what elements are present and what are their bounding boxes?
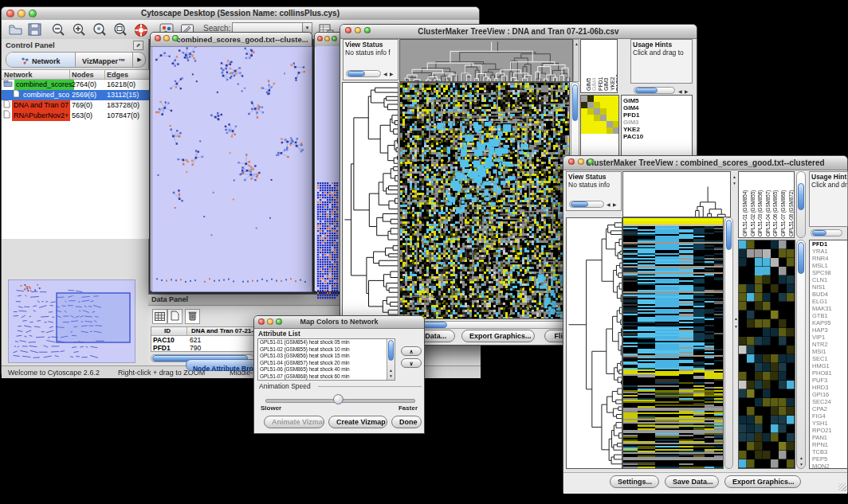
tv2-heatmap[interactable]	[623, 218, 723, 468]
zoom-fit-icon[interactable]	[113, 23, 128, 40]
done-button[interactable]: Done	[391, 416, 422, 428]
gene-label[interactable]: TCB3	[810, 448, 847, 455]
gene-label[interactable]: RPO21	[810, 427, 847, 434]
gene-label[interactable]: HRD3	[810, 384, 847, 391]
tv1-column-dendrogram[interactable]	[400, 40, 572, 81]
tv2-gene-list[interactable]: PFD1YRA1RNR4MSL1SPC98CLN1NIS1BUD4ELG1MAK…	[809, 240, 848, 469]
close-icon[interactable]	[345, 27, 351, 33]
tv1-heatmap[interactable]	[400, 83, 569, 318]
tv2-hints-hscrollbar[interactable]	[811, 229, 842, 236]
gene-label[interactable]: MAK31	[810, 305, 847, 312]
gene-label[interactable]: SPC98	[810, 269, 847, 276]
tv1-scroll-strip[interactable]: ▲	[573, 39, 579, 82]
zoom-window-icon[interactable]	[29, 10, 37, 18]
gene-label[interactable]: VIP1	[810, 334, 847, 341]
gene-label[interactable]: CLN1	[810, 276, 847, 283]
tv2-zoom-vscrollbar[interactable]: ▲ ▼	[796, 240, 806, 469]
close-icon[interactable]	[258, 318, 265, 325]
gene-label[interactable]: YKE2	[622, 126, 692, 133]
export-graphics-button[interactable]: Export Graphics...	[461, 330, 535, 342]
gene-label[interactable]: GTB1	[810, 312, 847, 319]
move-down-button[interactable]: ∨	[401, 358, 422, 368]
gene-label[interactable]: GIM5	[622, 97, 692, 104]
tv2-labels-vscrollbar[interactable]	[796, 171, 806, 238]
float-panel-icon[interactable]: ⬈	[133, 41, 143, 50]
attribute-item[interactable]: GPL51-03 (GSM856) heat shock 15 min	[258, 353, 395, 360]
attribute-item[interactable]: GPL51-07 (GSM868) heat shock 60 min	[258, 373, 395, 381]
rotated-column-label[interactable]: GPL51-06 (GSM865)	[772, 190, 778, 236]
gene-label[interactable]: NTR2	[810, 341, 847, 348]
rotated-column-label[interactable]: GIM4	[591, 78, 597, 91]
resize-grip-icon[interactable]	[838, 483, 846, 491]
tv1-row-dendrogram[interactable]	[343, 83, 398, 318]
save-icon[interactable]	[28, 23, 41, 39]
tab-overflow-button[interactable]: ▶	[132, 53, 146, 67]
settings-button[interactable]: Settings...	[610, 475, 659, 488]
dialog-titlebar[interactable]: Map Colors to Network	[254, 316, 424, 329]
tv1-correlation-matrix[interactable]	[581, 96, 619, 134]
gene-label[interactable]: RNR4	[810, 255, 847, 262]
rotated-column-label[interactable]: GPL51-08 (GSM872)	[788, 190, 794, 236]
minimize-icon[interactable]	[18, 10, 26, 18]
gene-label[interactable]: GIM4	[622, 104, 692, 111]
col-nodes[interactable]: Nodes	[72, 71, 94, 79]
gene-label[interactable]: PEP5	[810, 455, 847, 463]
zoom-out-icon[interactable]	[51, 23, 65, 40]
scroll-right-icon[interactable]: ▶	[613, 201, 617, 208]
rotated-column-label[interactable]: GPL51-04 (GSM857)	[765, 190, 771, 236]
scroll-right-icon[interactable]: ▶	[685, 88, 689, 95]
gene-label[interactable]: KAP95	[810, 319, 847, 326]
rotated-column-label[interactable]: GPL51-01 (GSM854)	[742, 190, 748, 236]
gene-label[interactable]: RPN1	[810, 441, 847, 448]
network-row[interactable]: combined_sco2569(6)13112(15)	[2, 90, 149, 100]
gene-label[interactable]: HAP3	[810, 326, 847, 334]
network-row[interactable]: DNA and Tran 07769(0)183728(0)	[2, 100, 149, 111]
animate-vizmap-button[interactable]: Animate Vizmap	[264, 416, 324, 428]
gene-label[interactable]: GPI16	[810, 391, 847, 398]
new-attribute-icon[interactable]	[167, 309, 183, 324]
tab-vizmapper[interactable]: VizMapper™	[75, 53, 132, 67]
close-icon[interactable]	[568, 158, 575, 165]
attribute-item[interactable]: GPL51-01 (GSM854) heat shock 05 min	[258, 339, 395, 346]
scroll-left-icon[interactable]: ◀	[383, 71, 387, 77]
scroll-up-icon[interactable]: ▲	[732, 174, 736, 180]
zoom-selected-icon[interactable]	[92, 23, 107, 40]
gene-label[interactable]: NIS1	[810, 283, 847, 291]
gene-label[interactable]: CPA2	[810, 405, 847, 412]
create-vizmap-button[interactable]: Create Vizmap	[328, 416, 387, 428]
gene-label[interactable]: PAN1	[810, 434, 847, 441]
value-column-header[interactable]: DNA and Tran 07-21-06	[191, 327, 261, 334]
help-icon[interactable]	[134, 23, 149, 41]
zoom-window-icon[interactable]	[276, 318, 282, 325]
attribute-list[interactable]: ▲ ▼ GPL51-01 (GSM854) heat shock 05 minG…	[257, 338, 395, 381]
rotated-column-label[interactable]: YKE2	[610, 77, 615, 91]
gene-label[interactable]: PFD1	[810, 240, 847, 248]
close-icon[interactable]	[6, 10, 14, 18]
gene-label[interactable]: SEC24	[810, 398, 847, 405]
close-icon[interactable]	[155, 35, 161, 41]
open-icon[interactable]	[8, 23, 23, 39]
gene-label[interactable]: PHO81	[810, 369, 847, 377]
gene-label[interactable]: MON2	[810, 463, 847, 469]
tv2-zoom-heatmap[interactable]	[739, 240, 795, 468]
network-view-titlebar[interactable]: combined_scores_good.txt--cluste...	[151, 33, 312, 47]
scroll-right-icon[interactable]: ▶	[390, 71, 394, 77]
network-row[interactable]: RNAPuberNov2+563(0)107847(0)	[2, 111, 149, 121]
scroll-down-icon[interactable]: ▼	[389, 373, 393, 379]
tab-network[interactable]: Network	[6, 53, 76, 67]
minimize-icon[interactable]	[163, 35, 170, 41]
attribute-select-icon[interactable]	[152, 309, 167, 324]
treeview2-titlebar[interactable]: ClusterMaker TreeView : combined_scores_…	[563, 156, 847, 170]
network-canvas[interactable]	[152, 47, 310, 290]
network-view-2-titlebar[interactable]	[315, 33, 340, 47]
gene-label[interactable]: MSI1	[810, 348, 847, 355]
zoom-window-icon[interactable]	[332, 36, 337, 41]
tv1-hints-hscrollbar[interactable]	[634, 87, 675, 94]
scroll-up-icon[interactable]: ▲	[575, 41, 579, 47]
delete-attribute-icon[interactable]	[185, 309, 200, 324]
gene-label[interactable]: YRA1	[810, 248, 847, 255]
rotated-column-label[interactable]: GPL51-02 (GSM855)	[750, 190, 756, 236]
minimize-icon[interactable]	[324, 36, 330, 41]
col-network[interactable]: Network	[4, 71, 33, 79]
scroll-left-icon[interactable]: ◀	[607, 201, 610, 208]
